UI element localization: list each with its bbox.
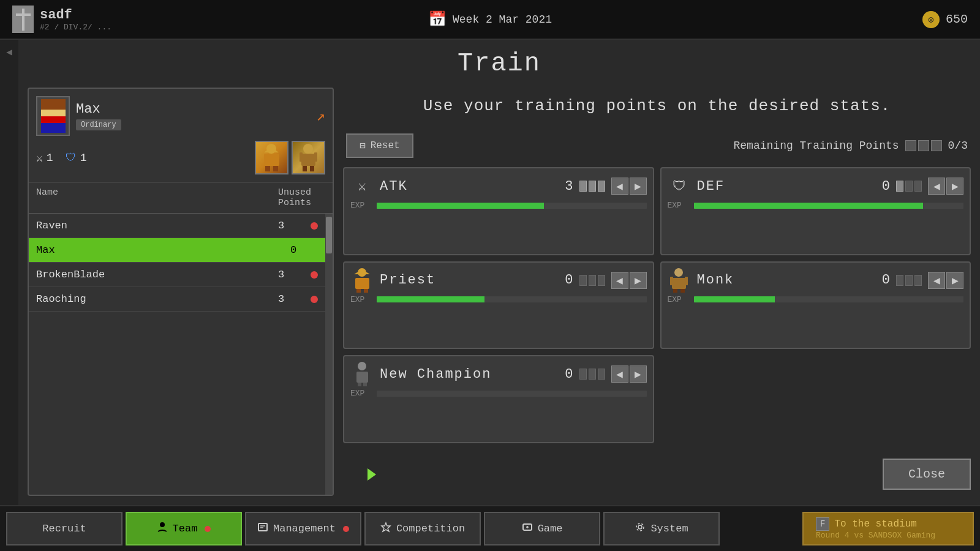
pip-empty: [896, 275, 903, 286]
notification-dot: [311, 222, 318, 230]
stat-def-header: 🛡 DEF 0 ◀ ▶: [668, 174, 964, 198]
priest-icon: [350, 269, 374, 292]
pip-empty: [579, 369, 587, 380]
svg-point-7: [303, 144, 313, 154]
atk-label: ATK: [380, 179, 559, 194]
reset-row: ⊟ Reset Remaining Training Points 0/3: [343, 133, 971, 158]
svg-rect-9: [303, 166, 307, 171]
team-member[interactable]: Max 0: [29, 238, 325, 263]
portrait-1[interactable]: [255, 141, 288, 174]
team-nav-label: Team: [173, 523, 198, 534]
svg-rect-15: [355, 278, 369, 289]
champion-label: New Champion: [380, 367, 559, 382]
monk-label: Monk: [697, 272, 876, 288]
train-title: Train: [28, 49, 971, 78]
game-nav-icon: [522, 522, 533, 536]
team-list-header: Name Unused Points: [29, 182, 333, 214]
def-pips: [896, 181, 922, 192]
instruction-text: Use your training points on the desired …: [343, 88, 971, 124]
remaining-label: Remaining Training Points: [734, 140, 899, 152]
atk-increase[interactable]: ▶: [630, 178, 647, 195]
nav-button-competition[interactable]: Competition: [364, 512, 481, 545]
exp-track: [694, 296, 964, 302]
champion-increase[interactable]: ▶: [630, 365, 647, 383]
svg-rect-5: [273, 166, 278, 171]
pip: [598, 181, 605, 192]
priest-decrease[interactable]: ◀: [611, 272, 628, 289]
def-icon: 🛡: [668, 174, 691, 198]
svg-rect-25: [356, 372, 368, 383]
team-member[interactable]: Raven 3: [29, 214, 325, 238]
def-increase[interactable]: ▶: [946, 178, 963, 195]
nav-button-game[interactable]: Game: [484, 512, 600, 545]
reset-button[interactable]: ⊟ Reset: [346, 133, 413, 158]
stat-block-monk: Monk 0 ◀ ▶: [660, 261, 971, 350]
main-area: Train Max Ordinary ↗: [18, 40, 980, 505]
date-area: 📅 Week 2 Mar 2021: [428, 10, 552, 28]
char-def-value: 1: [80, 152, 87, 164]
char-top-row: Max Ordinary ↗: [36, 96, 325, 136]
pip-empty: [914, 275, 922, 286]
right-panel: Use your training points on the desired …: [343, 88, 971, 496]
nav-button-system[interactable]: System: [603, 512, 720, 545]
stat-block-new-champion: New Champion 0 ◀ ▶: [343, 355, 654, 443]
scroll-track[interactable]: [325, 214, 333, 495]
cursor-arrow-icon: [368, 468, 376, 481]
team-logo-icon: [12, 6, 34, 33]
notification-dot: [311, 271, 318, 279]
stadium-sub: Round 4 vs SANDSOX Gaming: [816, 531, 935, 540]
side-nav-arrow[interactable]: ◀: [6, 46, 12, 58]
team-member[interactable]: BrokenBlade 3: [29, 263, 325, 287]
exp-label: EXP: [350, 201, 372, 210]
pip-empty: [598, 369, 605, 380]
train-panel: Train Max Ordinary ↗: [18, 40, 980, 505]
stadium-button[interactable]: F To the stadium Round 4 vs SANDSOX Gami…: [802, 512, 974, 545]
atk-value: 3: [565, 179, 573, 194]
monk-pips: [896, 275, 922, 286]
svg-rect-20: [670, 277, 673, 285]
nav-button-management[interactable]: Management: [245, 512, 361, 545]
def-value: 0: [882, 179, 890, 194]
left-panel: Max Ordinary ↗ ⚔ 1 🛡: [28, 88, 334, 496]
coin-icon: ◎: [922, 11, 940, 28]
nav-button-team[interactable]: Team: [126, 512, 242, 545]
char-atk-value: 1: [47, 152, 53, 164]
svg-rect-27: [363, 383, 367, 386]
exp-label: EXP: [350, 295, 372, 304]
svg-rect-12: [314, 152, 317, 162]
portrait-2[interactable]: [292, 141, 325, 174]
monk-arrows: ◀ ▶: [928, 272, 963, 289]
character-avatar: [36, 96, 70, 136]
nav-buttons: Team Management Competition Game System: [126, 512, 720, 545]
pip-empty: [579, 275, 587, 286]
champion-value: 0: [565, 367, 573, 382]
champion-decrease[interactable]: ◀: [611, 365, 628, 383]
svg-rect-10: [310, 166, 314, 171]
reset-label: Reset: [371, 140, 400, 151]
stat-block-atk: ⚔ ATK 3 ◀ ▶: [343, 167, 654, 255]
team-member[interactable]: Raoching 3: [29, 287, 325, 312]
def-decrease[interactable]: ◀: [928, 178, 945, 195]
stat-atk-header: ⚔ ATK 3 ◀ ▶: [350, 174, 647, 198]
currency-amount: 650: [946, 12, 968, 26]
close-button[interactable]: Close: [883, 459, 971, 490]
character-header: Max Ordinary ↗ ⚔ 1 🛡: [29, 89, 333, 182]
svg-rect-16: [356, 289, 361, 293]
link-arrow-icon[interactable]: ↗: [317, 107, 325, 125]
atk-decrease[interactable]: ◀: [611, 178, 628, 195]
top-bar: sadf #2 / DIV.2/ ... 📅 Week 2 Mar 2021 ◎…: [0, 0, 980, 40]
stat-block-def: 🛡 DEF 0 ◀ ▶: [660, 167, 971, 255]
champion-icon: [350, 362, 374, 386]
svg-point-36: [636, 523, 644, 531]
point-box-3: [931, 140, 942, 151]
svg-point-28: [160, 522, 165, 527]
svg-point-18: [674, 268, 683, 277]
recruit-button[interactable]: Recruit: [6, 512, 123, 545]
team-logo-area: sadf #2 / DIV.2/ ...: [12, 6, 111, 33]
member-points: 0: [269, 244, 318, 256]
priest-increase[interactable]: ▶: [630, 272, 647, 289]
management-nav-icon: [257, 522, 268, 536]
monk-decrease[interactable]: ◀: [928, 272, 945, 289]
point-box-1: [905, 140, 916, 151]
monk-increase[interactable]: ▶: [946, 272, 963, 289]
